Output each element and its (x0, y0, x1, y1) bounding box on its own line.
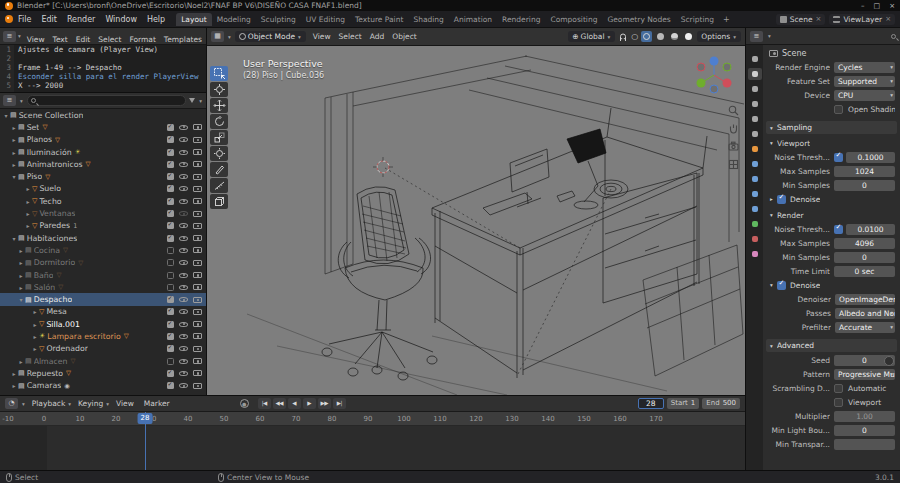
property-row[interactable]: Prefilter Accurate (763, 320, 900, 334)
object-tab[interactable] (748, 143, 762, 155)
timeline-ruler[interactable]: -100102030405060708090100110120130140150… (0, 412, 745, 426)
property-value-field[interactable]: Accurate (835, 322, 895, 333)
property-value-field[interactable]: 0 (834, 355, 895, 366)
viewport-menu[interactable]: View (309, 31, 335, 42)
hide-viewport-eye-icon[interactable] (179, 137, 188, 142)
hide-viewport-eye-icon[interactable] (179, 297, 188, 302)
exclude-checkbox[interactable] (167, 161, 174, 168)
outliner-item-label[interactable]: Cocina (34, 246, 60, 255)
property-value-field[interactable]: 1.00 (834, 411, 895, 422)
property-row[interactable]: Denoiser OpenImageDenoi... (763, 292, 900, 306)
menubar-menu[interactable]: File (13, 14, 36, 25)
disable-render-camera-icon[interactable] (193, 247, 202, 253)
editor-type-text-icon[interactable]: ≡ (3, 31, 16, 42)
property-row[interactable]: Max Samples 1024 (763, 164, 900, 178)
text-editor-menu[interactable]: Format (125, 34, 159, 45)
chevron-down-icon[interactable]: ▾ (198, 98, 203, 104)
hide-viewport-eye-icon[interactable] (179, 236, 188, 241)
navigation-gizmo[interactable] (691, 52, 737, 98)
constraints-tab[interactable] (748, 203, 762, 215)
workspace-tab[interactable]: Texture Paint (350, 13, 408, 26)
outliner-row[interactable]: ▸ ▤ Almacen ▽ (0, 355, 206, 367)
exclude-checkbox[interactable] (167, 235, 174, 242)
hide-viewport-eye-icon[interactable] (179, 223, 188, 228)
viewport-menu[interactable]: Object (388, 31, 420, 42)
render-tab[interactable] (748, 68, 762, 80)
disable-render-camera-icon[interactable] (193, 198, 202, 204)
expand-arrow-icon[interactable]: ▸ (10, 124, 18, 131)
outliner-item-label[interactable]: Paredes (39, 221, 70, 230)
tool-add-cube[interactable] (210, 194, 228, 209)
expand-arrow-icon[interactable]: ▸ (24, 210, 32, 217)
output-tab[interactable] (748, 83, 762, 95)
outliner-item-label[interactable]: Iluminación (27, 148, 72, 157)
outliner-item-label[interactable]: Repuesto (27, 369, 63, 378)
expand-arrow-icon[interactable]: ▸ (10, 161, 18, 168)
outliner-item-label[interactable]: Salón (34, 283, 56, 292)
timeline-body[interactable]: -100102030405060708090100110120130140150… (0, 412, 745, 470)
outliner-item-label[interactable]: Techo (39, 197, 61, 206)
property-row[interactable]: Render Engine Cycles (763, 60, 900, 74)
transform-orientation-select[interactable]: ⊕ Global ▾ (568, 31, 615, 42)
exclude-checkbox[interactable] (167, 382, 174, 389)
property-value-field[interactable]: Progressive Multi... (834, 369, 895, 380)
property-value-field[interactable]: OpenImageDenoi... (835, 294, 895, 305)
workspace-tab[interactable]: Layout (176, 13, 212, 26)
expand-arrow-icon[interactable]: ▾ (10, 235, 18, 242)
auto-key-record-button[interactable]: ● (240, 399, 249, 408)
outliner-item-label[interactable]: Silla.001 (46, 320, 80, 329)
minimize-button[interactable]: – (861, 2, 865, 10)
editor-type-timeline-icon[interactable]: ◔ (5, 398, 18, 409)
shading-rendered-button[interactable] (683, 31, 694, 42)
text-editor-menu[interactable]: Edit (72, 34, 95, 45)
outliner-item-label[interactable]: Almacen (34, 357, 68, 366)
exclude-checkbox[interactable] (167, 185, 174, 192)
material-tab[interactable] (748, 233, 762, 245)
proportional-edit-icon[interactable]: ○ (631, 32, 638, 41)
property-row[interactable]: Noise Thresh... 0.1000 (763, 150, 900, 164)
workspace-tab[interactable]: Geometry Nodes (602, 13, 675, 26)
hide-viewport-eye-icon[interactable] (179, 346, 188, 351)
outliner-row[interactable]: ▸ ▽ Paredes 1 (0, 220, 206, 232)
exclude-checkbox[interactable] (167, 173, 174, 180)
property-row[interactable]: ▸ Denoise (763, 192, 900, 206)
transport-button[interactable]: ▶▶ (318, 398, 331, 409)
hide-viewport-eye-icon[interactable] (179, 199, 188, 204)
maximize-button[interactable]: □ (874, 2, 881, 10)
expand-arrow-icon[interactable]: ▸ (17, 247, 25, 254)
property-row[interactable]: ▾ Viewport (763, 136, 900, 150)
hide-viewport-eye-icon[interactable] (179, 383, 188, 388)
outliner-row[interactable]: ▸ ▤ Animatronicos ▽ (0, 158, 206, 170)
exclude-checkbox[interactable] (167, 333, 174, 340)
property-value-field[interactable]: Supported (834, 76, 895, 87)
code-line[interactable]: 2 (0, 54, 206, 63)
code-line[interactable]: 1 Ajustes de camara (Player View) (0, 45, 206, 54)
filter-icon[interactable] (189, 98, 195, 103)
exclude-checkbox[interactable] (167, 345, 174, 352)
outliner-row[interactable]: ▸ ▤ Repuesto ▽ (0, 367, 206, 379)
property-checkbox[interactable] (834, 384, 843, 393)
snap-magnet-icon[interactable] (618, 32, 628, 42)
property-row[interactable]: Seed 0 (763, 353, 900, 367)
outliner-item-label[interactable]: Piso (27, 172, 43, 181)
property-checkbox[interactable] (834, 105, 843, 114)
section-arrow-icon[interactable]: ▸ (770, 196, 777, 202)
search-icon[interactable] (891, 34, 896, 39)
hide-viewport-eye-icon[interactable] (179, 260, 188, 265)
property-value-field[interactable]: 0 (834, 252, 895, 263)
text-editor-menu[interactable]: Templates (160, 34, 206, 45)
expand-arrow-icon[interactable]: ▸ (31, 333, 39, 340)
property-row[interactable]: Open Shading Lan... (763, 102, 900, 116)
close-button[interactable]: × (889, 2, 895, 10)
exclude-checkbox[interactable] (167, 247, 174, 254)
workspace-tab[interactable]: Scripting (676, 13, 719, 26)
expand-arrow-icon[interactable]: ▸ (17, 358, 25, 365)
disable-render-camera-icon[interactable] (193, 346, 202, 352)
property-checkbox[interactable] (777, 281, 786, 290)
menubar-menu[interactable]: Edit (36, 14, 62, 25)
editor-type-outliner-icon[interactable]: ≡ (3, 95, 16, 106)
property-row[interactable]: Pattern Progressive Multi... (763, 367, 900, 381)
hide-viewport-eye-icon[interactable] (179, 125, 188, 130)
property-row[interactable]: Scrambling D... Automatic (763, 381, 900, 395)
property-row[interactable]: ▾ Render (763, 208, 900, 222)
